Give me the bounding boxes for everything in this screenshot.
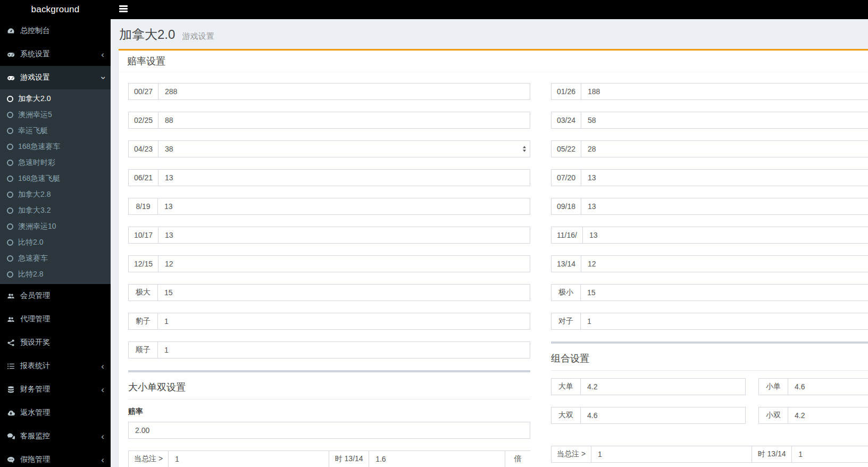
submenu-item[interactable]: 澳洲幸运5 — [0, 107, 111, 123]
submenu: 加拿大2.0澳洲幸运5幸运飞艇168急速赛车急速时时彩168急速飞艇加拿大2.8… — [0, 89, 111, 284]
odds-label: 04/23 — [128, 140, 158, 157]
combo-input-group: 小双 — [758, 407, 868, 424]
text-input[interactable] — [157, 341, 530, 358]
text-input[interactable] — [158, 112, 530, 129]
odds-row: 02/25 — [128, 112, 530, 129]
text-input[interactable] — [581, 112, 868, 129]
text-input[interactable] — [158, 227, 530, 244]
text-input[interactable] — [788, 407, 868, 424]
chevron-left-icon: ‹ — [101, 362, 104, 371]
circle-icon — [7, 207, 13, 214]
combo-label: 大双 — [551, 407, 580, 424]
app-logo[interactable]: background — [0, 0, 111, 19]
main-content: 加拿大2.0 游戏设置 赔率设置 00/2702/2504/2306/218/1… — [111, 19, 868, 467]
text-input[interactable] — [157, 284, 530, 301]
submenu-item[interactable]: 比特2.0 — [0, 235, 111, 251]
submenu-item[interactable]: 幸运飞艇 — [0, 123, 111, 139]
sidebar-item[interactable]: 游戏设置‹ — [0, 66, 111, 89]
odds-row: 顺子 — [128, 341, 530, 358]
submenu-item-label: 急速时时彩 — [18, 158, 55, 168]
odds-label: 极小 — [551, 284, 580, 301]
submenu-item-label: 加拿大2.8 — [18, 190, 51, 199]
database-icon — [7, 386, 20, 394]
chevron-left-icon: ‹ — [101, 50, 104, 59]
text-input[interactable] — [581, 140, 868, 157]
text-input[interactable] — [581, 169, 868, 186]
combo-label: 小单 — [758, 378, 788, 395]
sidebar-item[interactable]: 假拖管理‹ — [0, 448, 111, 467]
combo-section-title: 组合设置 — [551, 348, 868, 371]
circle-icon — [7, 191, 13, 198]
top-navbar — [111, 0, 868, 19]
submenu-item[interactable]: 比特2.8 — [0, 266, 111, 282]
submenu-item-label: 168急速飞艇 — [18, 174, 60, 184]
sidebar-item[interactable]: 财务管理‹ — [0, 378, 111, 401]
when-total-bet-label: 当总注 > — [128, 451, 168, 467]
submenu-item[interactable]: 加拿大2.0 — [0, 91, 111, 107]
odds-row: 12/15 — [128, 255, 530, 272]
hamburger-menu-icon[interactable] — [118, 4, 134, 16]
combo-input-group: 大单 — [551, 378, 746, 395]
sidebar-item[interactable]: 预设开奖 — [0, 331, 111, 354]
text-input[interactable] — [591, 446, 752, 463]
odds-row: 极小 — [551, 284, 868, 301]
odds-label: 顺子 — [128, 341, 157, 358]
submenu-item-label: 急速赛车 — [18, 254, 48, 263]
sidebar-item[interactable]: 系统设置‹ — [0, 43, 111, 66]
sidebar-item-label: 预设开奖 — [20, 338, 50, 347]
combo-pair-row: 大单小单 — [551, 378, 868, 395]
rate-input-group — [128, 422, 530, 439]
number-spinner[interactable] — [523, 146, 526, 152]
odds-row: 极大 — [128, 284, 530, 301]
submenu-item[interactable]: 澳洲幸运10 — [0, 219, 111, 235]
users-icon — [7, 315, 20, 323]
sidebar-item[interactable]: 会员管理 — [0, 284, 111, 307]
text-input[interactable] — [158, 140, 530, 157]
sidebar-item-label: 假拖管理 — [20, 455, 50, 464]
sidebar-item[interactable]: 客服监控‹ — [0, 424, 111, 448]
odds-row: 00/27 — [128, 83, 530, 100]
text-input[interactable] — [791, 446, 868, 463]
text-input[interactable] — [581, 83, 868, 100]
text-input[interactable] — [788, 378, 868, 395]
text-input[interactable] — [581, 255, 868, 272]
odds-row: 8/19 — [128, 198, 530, 215]
dashboard-icon — [7, 27, 20, 35]
sidebar-item[interactable]: 报表统计‹ — [0, 354, 111, 378]
submenu-item[interactable]: 急速赛车 — [0, 251, 111, 266]
circle-icon — [7, 223, 13, 230]
submenu-item[interactable]: 加拿大3.2 — [0, 203, 111, 219]
text-input[interactable] — [580, 313, 868, 330]
submenu-item-label: 比特2.8 — [18, 270, 43, 279]
text-input[interactable] — [168, 451, 329, 467]
text-input[interactable] — [158, 83, 530, 100]
text-input[interactable] — [369, 451, 505, 467]
text-input[interactable] — [582, 227, 868, 244]
text-input[interactable] — [158, 255, 530, 272]
threshold-tier-row: 当总注 >时 13/14倍 — [128, 451, 530, 467]
text-input[interactable] — [157, 198, 530, 215]
odds-row: 04/23 — [128, 140, 530, 157]
sidebar-item[interactable]: 代理管理 — [0, 307, 111, 331]
submenu-item[interactable]: 168急速赛车 — [0, 139, 111, 155]
submenu-item[interactable]: 168急速飞艇 — [0, 171, 111, 187]
sidebar-item[interactable]: 返水管理 — [0, 401, 111, 424]
circle-icon — [7, 112, 13, 118]
text-input[interactable] — [581, 198, 868, 215]
text-input[interactable] — [580, 407, 746, 424]
text-input[interactable] — [158, 169, 530, 186]
right-column: 01/2603/2405/2207/2009/1811/16/13/14极小对子… — [551, 83, 868, 467]
submenu-item[interactable]: 急速时时彩 — [0, 155, 111, 171]
odds-row: 01/26 — [551, 83, 868, 100]
text-input[interactable] — [157, 313, 530, 330]
submenu-item[interactable]: 加拿大2.8 — [0, 187, 111, 203]
chevron-left-icon: ‹ — [101, 385, 104, 394]
sidebar-item[interactable]: 总控制台 — [0, 19, 111, 43]
submenu-item-label: 比特2.0 — [18, 238, 43, 247]
text-input[interactable] — [580, 378, 746, 395]
text-input[interactable] — [580, 284, 868, 301]
rate-input[interactable] — [128, 422, 530, 439]
odds-row: 07/20 — [551, 169, 868, 186]
submenu-item-label: 澳洲幸运5 — [18, 110, 52, 120]
submenu-item-label: 澳洲幸运10 — [18, 222, 56, 231]
